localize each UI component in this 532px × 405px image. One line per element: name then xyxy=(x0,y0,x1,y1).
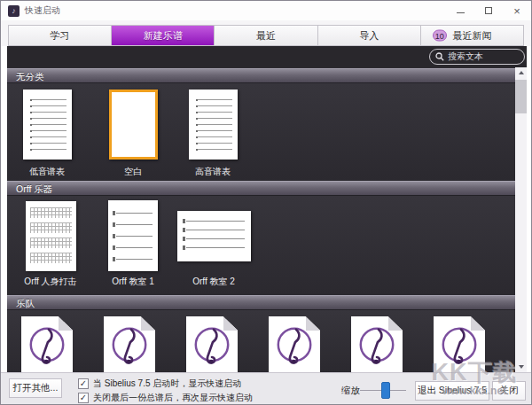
quit-button[interactable]: 退出 Sibelius 7.5 xyxy=(415,381,489,401)
template-card[interactable] xyxy=(337,316,417,372)
section-header[interactable]: Orff 乐器 xyxy=(7,181,515,196)
tab-label: 导入 xyxy=(359,29,379,43)
template-card[interactable]: 低音谱表 xyxy=(7,86,87,178)
template-card[interactable]: Orff 教室 1 xyxy=(93,199,173,288)
thumbnail-wrap xyxy=(177,199,251,272)
minimize-icon xyxy=(457,12,465,13)
tab-learn[interactable]: 学习 xyxy=(9,26,112,45)
staff-lines xyxy=(30,99,66,152)
template-label: Orff 教室 1 xyxy=(112,276,154,288)
tab-label: 最近 xyxy=(256,29,276,43)
zoom-label: 缩放 xyxy=(341,385,360,397)
thumbnail-wrap xyxy=(434,316,485,372)
thumbnail-wrap xyxy=(189,86,238,162)
score-file-icon xyxy=(269,316,320,372)
news-count-badge: 10 xyxy=(433,30,447,42)
score-file-icon xyxy=(351,316,403,372)
open-other-button[interactable]: 打开其他... xyxy=(9,378,62,398)
tabs: 学习 新建乐谱 最近 导入 10 最近新闻 xyxy=(8,25,524,46)
tab-label: 学习 xyxy=(51,29,70,43)
percussion-grid-thumbnail xyxy=(26,201,76,271)
treble-clef-icon xyxy=(109,324,150,365)
score-file-icon xyxy=(434,316,485,372)
page-fold xyxy=(59,316,73,331)
template-card[interactable]: 高音谱表 xyxy=(173,86,253,178)
footer-bar: 打开其他... ✓当 Sibelius 7.5 启动时，显示快速启动✓关闭最后一… xyxy=(1,372,531,405)
template-card[interactable]: Orff 人身打击 xyxy=(11,199,90,288)
checkbox-box[interactable]: ✓ xyxy=(78,378,89,389)
score-file-icon xyxy=(21,316,73,372)
search-row: 搜索文本 xyxy=(7,46,527,67)
section-header[interactable]: 无分类 xyxy=(7,68,515,83)
template-card[interactable] xyxy=(90,316,169,372)
minimize-button[interactable] xyxy=(446,1,474,20)
close-window-button[interactable]: × xyxy=(503,1,531,20)
sibelius-app-icon: ♪ xyxy=(8,5,20,17)
page-fold xyxy=(388,316,403,331)
tab-latest-news[interactable]: 10 最近新闻 xyxy=(421,26,523,45)
checkbox-label: 关闭最后一份总谱后，再次显示快速启动 xyxy=(93,392,253,404)
blank-page-thumbnail xyxy=(109,90,158,160)
template-card-selected[interactable]: 空白 xyxy=(93,86,173,178)
staff-page-thumbnail xyxy=(189,90,238,160)
staff-lines xyxy=(196,99,232,152)
score-file-icon xyxy=(186,316,238,372)
template-card[interactable] xyxy=(419,316,499,372)
template-label: Orff 人身打击 xyxy=(24,276,76,288)
checkbox-box[interactable]: ✓ xyxy=(78,393,89,403)
thumbnail-wrap xyxy=(186,316,238,372)
scroll-up-button[interactable] xyxy=(515,67,527,78)
section-header[interactable]: 乐队 xyxy=(7,295,515,310)
tabstrip: 学习 新建乐谱 最近 导入 10 最近新闻 xyxy=(1,20,531,46)
tab-recent[interactable]: 最近 xyxy=(215,26,317,45)
window-controls: × xyxy=(446,1,531,20)
page-fold xyxy=(306,316,320,331)
template-label: 高音谱表 xyxy=(195,166,231,178)
checkbox-label: 当 Sibelius 7.5 启动时，显示快速启动 xyxy=(93,378,241,390)
thumbnail-wrap xyxy=(104,316,155,372)
thumbnail-wrap xyxy=(21,316,73,372)
close-button[interactable]: 关闭 xyxy=(492,381,526,401)
page-fold xyxy=(223,316,238,331)
titlebar: ♪ 快速启动 × xyxy=(1,1,531,20)
template-label: 低音谱表 xyxy=(29,166,65,178)
staff-page-thumbnail xyxy=(23,90,72,160)
treble-clef-icon xyxy=(439,324,480,365)
scrollbar[interactable] xyxy=(515,67,527,372)
maximize-button[interactable] xyxy=(474,1,503,20)
quick-start-window: ♪ 快速启动 × 学习 新建乐谱 最近 导入 10 最近新闻 xyxy=(0,0,532,405)
scroll-down-button[interactable] xyxy=(515,362,527,372)
template-label: Orff 教室 2 xyxy=(192,276,235,288)
page-fold xyxy=(471,316,485,331)
staff-page-thumbnail xyxy=(108,200,158,271)
maximize-icon xyxy=(485,7,492,14)
staff-page-landscape-thumbnail xyxy=(177,211,251,261)
close-icon: × xyxy=(513,5,520,17)
thumbnail-wrap xyxy=(26,199,76,272)
scroll-up-icon xyxy=(519,71,524,74)
template-card[interactable]: Orff 教室 2 xyxy=(174,199,254,288)
search-placeholder: 搜索文本 xyxy=(448,51,483,63)
search-icon xyxy=(435,52,444,61)
tab-new-score[interactable]: 新建乐谱 xyxy=(112,26,215,45)
template-card[interactable] xyxy=(7,316,87,372)
checkbox-show-after-close[interactable]: ✓关闭最后一份总谱后，再次显示快速启动 xyxy=(78,392,253,404)
treble-clef-icon xyxy=(274,324,315,365)
checkbox-show-on-startup[interactable]: ✓当 Sibelius 7.5 启动时，显示快速启动 xyxy=(78,378,241,390)
template-label: 空白 xyxy=(124,166,142,178)
window-title: 快速启动 xyxy=(25,4,60,17)
scroll-thumb[interactable] xyxy=(515,80,527,113)
search-input[interactable]: 搜索文本 xyxy=(429,49,525,65)
treble-clef-icon xyxy=(356,324,397,365)
tab-import[interactable]: 导入 xyxy=(318,26,421,45)
thumbnail-wrap xyxy=(109,86,158,162)
template-card[interactable] xyxy=(172,316,252,372)
thumbnail-wrap xyxy=(351,316,403,372)
template-card[interactable] xyxy=(254,316,334,372)
page-fold xyxy=(141,316,155,331)
tab-label: 新建乐谱 xyxy=(144,29,183,43)
treble-clef-icon xyxy=(192,324,232,365)
scroll-down-icon xyxy=(519,365,524,369)
thumbnail-wrap xyxy=(269,316,320,372)
zoom-slider-thumb[interactable] xyxy=(381,382,390,399)
